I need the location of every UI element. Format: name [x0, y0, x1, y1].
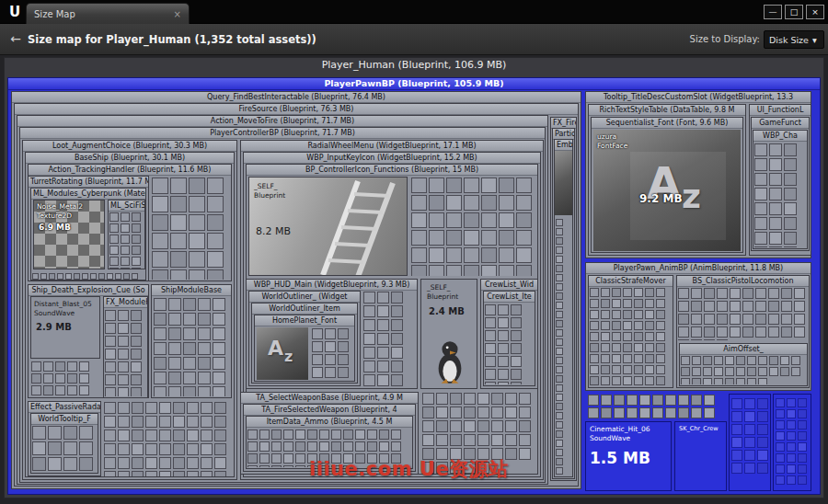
asset-tile[interactable] [634, 310, 643, 319]
asset-tile[interactable] [55, 385, 65, 395]
asset-tile[interactable] [623, 365, 632, 374]
asset-tile[interactable] [189, 233, 205, 249]
asset-tile[interactable] [90, 273, 97, 280]
asset-tile[interactable] [55, 373, 65, 384]
maximize-button[interactable]: □ [785, 5, 803, 19]
asset-tile[interactable] [776, 409, 785, 418]
asset-tile[interactable] [377, 319, 389, 331]
asset-tile[interactable] [556, 329, 563, 337]
asset-tile[interactable] [391, 292, 403, 304]
asset-tile[interactable] [754, 246, 767, 247]
asset-tile[interactable] [731, 411, 742, 422]
asset-tile[interactable] [665, 407, 676, 418]
asset-tile[interactable] [601, 376, 610, 385]
asset-tile[interactable] [634, 299, 643, 308]
asset-tile[interactable] [678, 339, 689, 340]
asset-tile[interactable] [590, 310, 599, 319]
asset-tile[interactable] [247, 465, 258, 467]
asset-tile[interactable] [612, 332, 621, 341]
asset-tile[interactable] [758, 367, 767, 376]
asset-tile[interactable] [787, 453, 796, 463]
asset-tile[interactable] [170, 196, 187, 212]
asset-tile[interactable] [201, 457, 213, 469]
asset-tile[interactable] [104, 402, 116, 414]
asset-tile[interactable] [429, 247, 444, 263]
asset-tile[interactable] [213, 298, 225, 311]
asset-tile[interactable] [79, 426, 93, 440]
asset-tile[interactable] [446, 212, 462, 228]
asset-tile[interactable] [590, 288, 599, 297]
asset-tile[interactable] [498, 356, 509, 367]
asset-tile[interactable] [145, 471, 157, 476]
asset-tile[interactable] [391, 361, 403, 372]
asset-tile[interactable] [645, 376, 654, 385]
asset-tile[interactable] [429, 230, 444, 246]
asset-tile[interactable] [98, 273, 105, 280]
asset-tile[interactable] [754, 188, 767, 200]
asset-tile[interactable] [491, 434, 503, 446]
asset-tile[interactable] [769, 217, 782, 230]
asset-tile[interactable] [391, 374, 403, 386]
asset-tile[interactable] [601, 354, 610, 363]
asset-tile[interactable] [363, 333, 375, 345]
asset-tile[interactable] [159, 430, 171, 441]
asset-tile[interactable] [131, 361, 142, 372]
asset-tile[interactable] [152, 251, 168, 268]
asset-tile[interactable] [744, 411, 755, 422]
asset-tile[interactable] [556, 440, 563, 447]
asset-tile[interactable] [67, 385, 77, 395]
asset-tile[interactable] [411, 265, 427, 276]
asset-tile[interactable] [207, 196, 224, 212]
asset-tile[interactable] [498, 317, 509, 328]
asset-tile[interactable] [612, 299, 621, 308]
asset-tile[interactable] [131, 336, 142, 347]
asset-tile[interactable] [601, 299, 610, 308]
asset-tile[interactable] [556, 228, 563, 235]
asset-tile[interactable] [121, 235, 130, 244]
asset-tile[interactable] [556, 403, 563, 410]
asset-tile[interactable] [79, 385, 89, 395]
asset-tile[interactable] [623, 299, 632, 308]
asset-tile[interactable] [183, 313, 196, 326]
asset-tile[interactable] [271, 453, 282, 464]
asset-tile[interactable] [590, 365, 599, 374]
asset-tile[interactable] [499, 212, 514, 228]
asset-tile[interactable] [170, 251, 187, 268]
asset-tile[interactable] [325, 341, 336, 352]
asset-tile[interactable] [798, 409, 807, 418]
asset-tile[interactable] [556, 265, 563, 272]
asset-tile[interactable] [338, 341, 349, 352]
asset-tile[interactable] [491, 393, 503, 405]
asset-tile[interactable] [331, 441, 341, 452]
asset-tile[interactable] [556, 311, 563, 318]
asset-tile[interactable] [464, 393, 476, 405]
asset-tile[interactable] [201, 402, 213, 414]
asset-tile[interactable] [118, 402, 130, 414]
asset-tile[interactable] [634, 343, 643, 352]
asset-tile[interactable] [429, 212, 444, 228]
asset-tile[interactable] [121, 212, 130, 222]
asset-tile[interactable] [189, 269, 205, 280]
asset-tile[interactable] [104, 457, 116, 469]
asset-tile[interactable] [283, 465, 293, 467]
asset-tile[interactable] [717, 288, 728, 299]
asset-tile[interactable] [498, 304, 509, 315]
asset-tile[interactable] [259, 441, 270, 452]
asset-tile[interactable] [736, 356, 745, 365]
asset-tile[interactable] [170, 269, 187, 280]
asset-tile[interactable] [634, 376, 643, 385]
asset-tile[interactable] [104, 443, 116, 455]
asset-tile[interactable] [247, 453, 258, 464]
asset-tile[interactable] [725, 367, 734, 376]
asset-tile[interactable] [173, 416, 185, 428]
asset-tile[interactable] [132, 223, 141, 233]
asset-tile[interactable] [692, 356, 701, 365]
asset-tile[interactable] [189, 178, 205, 194]
asset-tile[interactable] [639, 395, 650, 406]
asset-tile[interactable] [168, 357, 181, 370]
asset-tile[interactable] [590, 354, 599, 363]
asset-tile[interactable] [754, 173, 767, 186]
asset-tile[interactable] [132, 416, 144, 428]
asset-tile[interactable] [283, 441, 293, 452]
asset-tile[interactable] [519, 434, 531, 446]
